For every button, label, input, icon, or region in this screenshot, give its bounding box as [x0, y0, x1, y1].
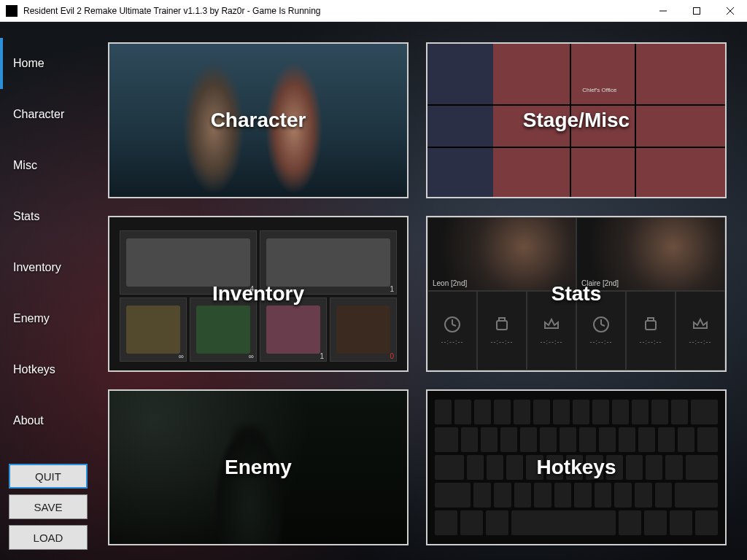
inventory-slot	[190, 298, 257, 362]
keyboard-key	[638, 427, 655, 452]
app-icon	[6, 5, 18, 17]
stats-dash-value: --:--:--	[441, 338, 464, 346]
keyboard-key	[626, 455, 643, 480]
home-tile-grid: Character Stage/Misc Inventory Leon [2nd…	[96, 22, 747, 560]
sidebar-item-label: Stats	[13, 210, 39, 223]
tile-label: Stage/Misc	[523, 109, 630, 132]
minimize-icon	[659, 7, 667, 15]
keyboard-key	[697, 427, 718, 452]
quit-button[interactable]: QUIT	[9, 464, 88, 489]
tile-inventory[interactable]: Inventory	[108, 216, 409, 372]
window-maximize-button[interactable]	[680, 0, 713, 22]
stats-icon	[592, 315, 611, 334]
sidebar-item-misc[interactable]: Misc	[0, 140, 96, 191]
keyboard-key	[520, 427, 537, 452]
keyboard-key	[514, 483, 532, 508]
keyboard-key	[435, 510, 457, 535]
window-titlebar: Resident Evil 2 Remake Ultimate Trainer …	[0, 0, 747, 22]
keyboard-key	[599, 427, 616, 452]
sidebar-item-label: Character	[13, 108, 64, 121]
close-icon	[727, 7, 734, 15]
tile-stage-misc[interactable]: Stage/Misc	[426, 42, 727, 198]
keyboard-key	[486, 510, 508, 535]
window-close-button[interactable]	[713, 0, 747, 22]
keyboard-key	[467, 455, 484, 480]
tile-character[interactable]: Character	[108, 42, 409, 198]
keyboard-key	[474, 400, 491, 424]
keyboard-key	[675, 483, 718, 508]
keyboard-key	[658, 427, 675, 452]
sidebar-item-home[interactable]: Home	[0, 38, 96, 89]
keyboard-key	[460, 510, 483, 535]
sidebar-item-stats[interactable]: Stats	[0, 191, 96, 242]
window-title: Resident Evil 2 Remake Ultimate Trainer …	[23, 6, 646, 16]
keyboard-key	[554, 483, 572, 508]
stats-icon	[542, 315, 561, 334]
keyboard-key	[612, 400, 629, 424]
inventory-slot	[330, 298, 397, 362]
svg-rect-1	[694, 7, 700, 14]
svg-line-6	[452, 324, 456, 326]
tile-label: Stats	[551, 282, 601, 306]
keyboard-key	[494, 483, 511, 508]
keyboard-key	[644, 510, 667, 535]
keyboard-key	[691, 400, 718, 424]
sidebar-item-label: Hotkeys	[13, 363, 55, 376]
sidebar-item-enemy[interactable]: Enemy	[0, 293, 96, 344]
tile-label: Character	[211, 109, 306, 132]
keyboard-key	[553, 400, 570, 424]
sidebar-item-label: Home	[13, 57, 44, 70]
keyboard-key	[435, 427, 458, 452]
keyboard-key	[619, 427, 635, 452]
keyboard-key	[473, 483, 491, 508]
sidebar-item-hotkeys[interactable]: Hotkeys	[0, 344, 96, 395]
stats-icon-cell: --:--:--	[676, 291, 725, 370]
tile-hotkeys[interactable]: Hotkeys	[426, 389, 727, 545]
tile-stats[interactable]: Leon [2nd] Claire [2nd] --:--:----:--:--…	[426, 216, 727, 372]
sidebar: Home Character Misc Stats Inventory Enem…	[0, 22, 96, 560]
sidebar-item-label: Enemy	[13, 312, 50, 325]
keyboard-key	[579, 427, 596, 452]
svg-rect-13	[648, 318, 654, 321]
svg-rect-8	[499, 318, 505, 321]
stats-icon-cell: --:--:--	[626, 291, 676, 370]
inventory-slot	[260, 298, 327, 362]
keyboard-key	[435, 483, 471, 508]
sidebar-item-character[interactable]: Character	[0, 89, 96, 140]
keyboard-key	[506, 455, 523, 480]
keyboard-key	[678, 427, 694, 452]
sidebar-item-label: Misc	[13, 159, 37, 172]
save-button[interactable]: SAVE	[9, 494, 88, 519]
keyboard-key	[635, 483, 652, 508]
window-minimize-button[interactable]	[646, 0, 680, 22]
keyboard-key	[573, 400, 589, 424]
keyboard-key	[435, 400, 452, 424]
sidebar-item-label: About	[13, 414, 44, 427]
svg-rect-7	[497, 321, 507, 330]
stats-icon	[492, 315, 511, 334]
keyboard-key	[514, 400, 530, 424]
client-area: Home Character Misc Stats Inventory Enem…	[0, 22, 747, 560]
stats-portrait-leon: Leon [2nd]	[427, 217, 576, 291]
keyboard-key	[655, 483, 673, 508]
stats-dash-value: --:--:--	[590, 338, 613, 346]
sidebar-item-inventory[interactable]: Inventory	[0, 242, 96, 293]
tile-enemy[interactable]: Enemy	[108, 389, 409, 545]
keyboard-key	[592, 400, 609, 424]
stats-icon	[691, 315, 710, 334]
stats-icon	[641, 315, 660, 334]
keyboard-key	[511, 510, 616, 535]
keyboard-key	[670, 510, 692, 535]
stats-portrait-claire: Claire [2nd]	[576, 217, 725, 291]
keyboard-key	[574, 483, 592, 508]
keyboard-key	[651, 400, 668, 424]
sidebar-item-about[interactable]: About	[0, 395, 96, 446]
keyboard-key	[500, 427, 517, 452]
load-button[interactable]: LOAD	[9, 525, 88, 550]
sidebar-button-stack: QUIT SAVE LOAD	[0, 464, 96, 560]
stats-icon-cell: --:--:--	[427, 291, 477, 370]
keyboard-key	[614, 483, 632, 508]
keyboard-key	[632, 400, 649, 424]
keyboard-key	[595, 483, 612, 508]
sidebar-item-label: Inventory	[13, 261, 61, 274]
